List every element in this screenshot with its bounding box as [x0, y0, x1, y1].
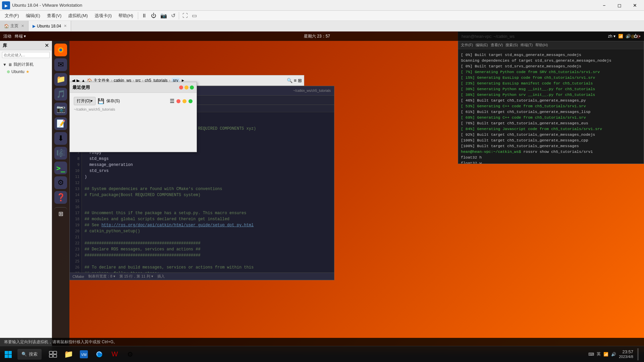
pause-button[interactable]: ⏸ [140, 12, 149, 20]
save-icon[interactable]: 💾 [98, 98, 104, 104]
menu-edit[interactable]: 编辑(E) [22, 11, 44, 20]
dock-rhythmbox[interactable]: 🎵 [54, 88, 67, 101]
power-button[interactable]: ⏻ [149, 12, 158, 20]
dock-download[interactable]: ⬇ [54, 132, 67, 145]
dock-mail[interactable]: ✉ [54, 58, 67, 71]
search-label: 搜索 [29, 351, 38, 357]
tmenu-edit[interactable]: 编辑(E) [476, 43, 488, 48]
dock-apps[interactable]: ⊞ [54, 207, 67, 220]
dialog-winbtn-max[interactable] [189, 99, 193, 103]
show-desktop-button[interactable] [637, 348, 639, 360]
save-label[interactable]: 保存(S) [106, 98, 120, 104]
dock-libreoffice-writer[interactable]: 📝 [54, 117, 67, 130]
dialog-min-btn[interactable] [184, 85, 189, 89]
gutter-line: 12 [70, 180, 82, 186]
tab-ubuntu-close-icon[interactable]: ✕ [64, 24, 67, 28]
status-tabwidth[interactable]: 制表符宽度：8 ▾ [88, 274, 115, 279]
grid-view-icon[interactable]: ⊞ [298, 78, 302, 83]
dock-terminal[interactable]: >_ [54, 162, 67, 174]
lang-indicator[interactable]: zh ▾ [608, 34, 615, 39]
term-line: hean@hean-vpc:~/catkin_ws$ rossrv show c… [461, 149, 641, 155]
tmenu-terminal[interactable]: 终端(T) [521, 43, 533, 48]
taskbar-vmware[interactable]: VM [76, 347, 91, 362]
sidebar-item-ubuntu[interactable]: ⊕ Ubuntu ★ [0, 68, 52, 75]
gutter-line: 23 [70, 246, 82, 252]
volume-icon[interactable]: 🔊 [626, 34, 631, 39]
maximize-button[interactable]: ◻ [612, 0, 627, 11]
dialog-max-btn[interactable] [190, 85, 194, 89]
dialog-close-btn[interactable] [179, 85, 183, 89]
dock-firefox[interactable] [54, 44, 67, 56]
tab-home[interactable]: 🏠 主页 ✕ [0, 21, 29, 31]
svg-rect-10 [53, 351, 57, 354]
tmenu-file[interactable]: 文件(F) [461, 43, 473, 48]
gutter-line: 15 [70, 198, 82, 204]
gutter-line: 14 [70, 192, 82, 198]
terminal-menu[interactable]: 终端 ▾ [15, 34, 26, 39]
taskbar-wps[interactable]: W [107, 347, 122, 362]
taskbar-task-view[interactable] [46, 347, 60, 362]
tab-close-icon[interactable]: ✕ [21, 24, 24, 28]
menu-view[interactable]: 查看(V) [44, 11, 65, 20]
menu-vm[interactable]: 虚拟机(M) [65, 11, 91, 20]
sidebar-close-icon[interactable]: ✕ [45, 42, 49, 49]
taskbar-file-explorer[interactable]: 📁 [61, 347, 76, 362]
activities-label[interactable]: 活动 [3, 34, 11, 39]
sidebar-item-mycomputer[interactable]: ▼ 🖥 我的计算机 [0, 61, 52, 68]
search-icon[interactable]: 🔍 [287, 78, 292, 83]
computer-icon: 🖥 [8, 62, 12, 67]
start-button[interactable] [0, 346, 16, 362]
lang-indicator[interactable]: 英 [597, 351, 601, 357]
tmenu-search[interactable]: 搜索(S) [505, 43, 518, 48]
dock-music[interactable]: 🎼 [54, 147, 67, 160]
unity-button[interactable]: ▭ [190, 11, 199, 20]
taskbar-edge[interactable] [92, 347, 107, 362]
open-btn[interactable]: 打开(O)▾ [74, 97, 96, 105]
status-language[interactable]: CMake [72, 275, 84, 279]
list-view-icon[interactable]: ≡ [294, 78, 297, 83]
minimize-button[interactable]: − [596, 0, 612, 11]
fullscreen-button[interactable]: ⛶ [180, 12, 190, 20]
status-position[interactable]: 第 15 行，第 11 列 ▾ [119, 274, 153, 279]
svg-rect-7 [5, 355, 8, 358]
power-menu[interactable]: ⏻ ▾ [634, 34, 641, 39]
tmenu-view[interactable]: 查看(V) [491, 43, 503, 48]
volume-icon[interactable]: 🔊 [611, 352, 616, 357]
dock-files[interactable]: 📁 [54, 73, 67, 86]
gutter-line: 9 [70, 162, 82, 168]
tmenu-help[interactable]: 帮助(H) [535, 43, 548, 48]
gutter-line: 16 [70, 204, 82, 210]
taskbar-settings[interactable]: ⚙ [123, 347, 138, 362]
menu-help[interactable]: 帮助(H) [115, 11, 137, 20]
dock-shotwell[interactable]: 📷 [54, 103, 67, 115]
link-ros[interactable]: http://ros.org/doc/api/catkin/html/user_… [101, 223, 254, 228]
vmware-logo: ▶ [2, 1, 10, 9]
svg-rect-11 [49, 355, 53, 357]
sidebar-search-input[interactable] [2, 52, 50, 58]
term-line: [ 15%] Generating EusLisp code from ch5_… [461, 75, 641, 80]
dialog-winbtn-close[interactable] [176, 99, 180, 103]
close-button[interactable]: ✕ [627, 0, 643, 11]
tab-ubuntu-label: Ubuntu 18.04 [37, 24, 61, 28]
network-icon[interactable]: 📶 [618, 34, 623, 39]
menu-file[interactable]: 文件(F) [1, 11, 22, 20]
keyboard-icon[interactable]: ⌨ [588, 352, 594, 357]
tab-ubuntu[interactable]: ▶ Ubuntu 18.04 ✕ [29, 21, 71, 31]
topbar-left: 活动 终端 ▾ [3, 34, 26, 39]
dock-settings[interactable]: ⚙ [54, 176, 67, 189]
wifi-icon[interactable]: 📶 [603, 352, 608, 357]
dialog-winbtn-min[interactable] [182, 99, 186, 103]
menu-tabs[interactable]: 选项卡(I) [91, 11, 115, 20]
taskbar-items: 📁 VM W ⚙ [43, 347, 583, 362]
svg-text:▶: ▶ [5, 3, 8, 8]
term-line: [ 61%] Built target ch5_tutorials_genera… [461, 109, 641, 115]
revert-button[interactable]: ↺ [169, 11, 177, 20]
menu-icon[interactable]: ☰ [170, 98, 174, 104]
terminal-body[interactable]: [ 0%] Built target std_msgs_generate_mes… [458, 49, 644, 164]
dock-help[interactable]: ❓ [54, 191, 67, 204]
term-line: [ 69%] Generating C++ code from ch5_tuto… [461, 115, 641, 120]
taskbar-search[interactable]: 🔍 搜索 [17, 349, 42, 360]
sidebar-title: 库 [3, 43, 7, 49]
ubuntu-desktop[interactable]: 活动 终端 ▾ 星期六 23：57 zh ▾ 📶 🔊 ⏻ ▾ 库 ✕ ▼ [0, 32, 644, 352]
snapshot-button[interactable]: 📷 [158, 11, 169, 20]
